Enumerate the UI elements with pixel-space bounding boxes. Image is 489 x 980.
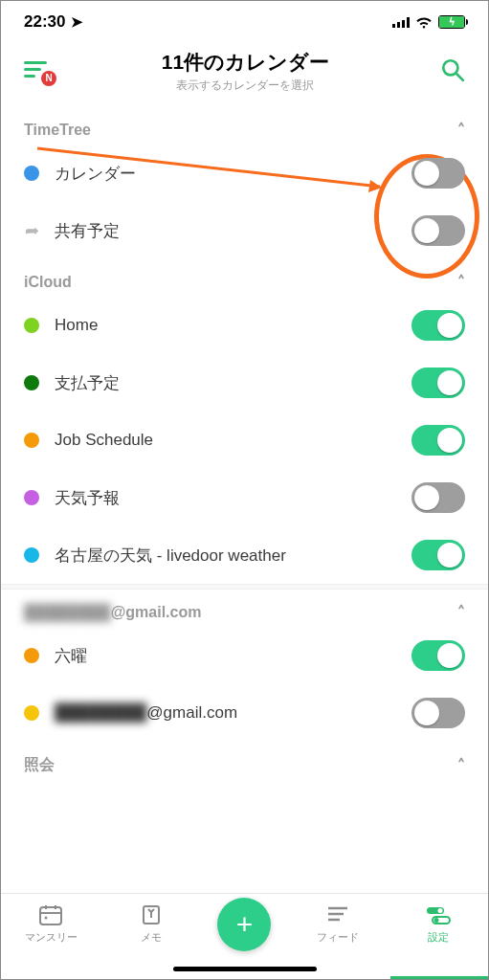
section-title: TimeTree bbox=[24, 122, 91, 139]
calendar-row: 名古屋の天気 - livedoor weather bbox=[1, 526, 488, 584]
calendar-label: 名古屋の天気 - livedoor weather bbox=[55, 545, 286, 567]
section-header-gmail[interactable]: ████████@gmail.com ˄ bbox=[1, 590, 488, 627]
section-title: 照会 bbox=[24, 755, 55, 775]
cellular-icon bbox=[392, 16, 410, 28]
svg-point-6 bbox=[45, 917, 48, 920]
calendar-row: ████████@gmail.com bbox=[1, 684, 488, 742]
chevron-up-icon: ˄ bbox=[457, 273, 465, 291]
calendar-row: 支払予定 bbox=[1, 354, 488, 412]
calendar-row: 六曜 bbox=[1, 627, 488, 684]
calendar-row-timetree-calendar: カレンダー bbox=[1, 145, 488, 202]
calendar-row: Job Schedule bbox=[1, 412, 488, 469]
tab-settings[interactable]: 設定 bbox=[405, 903, 472, 945]
section-header-timetree[interactable]: TimeTree ˄ bbox=[1, 107, 488, 145]
color-dot bbox=[24, 375, 39, 390]
search-icon bbox=[440, 57, 465, 82]
section-header-icloud[interactable]: iCloud ˄ bbox=[1, 259, 488, 297]
color-dot bbox=[24, 648, 39, 663]
color-dot bbox=[24, 547, 39, 563]
calendar-row: 天気予報 bbox=[1, 469, 488, 526]
status-time: 22:30 bbox=[24, 12, 65, 32]
page-title: 11件のカレンダー bbox=[162, 49, 329, 76]
app-header: N 11件のカレンダー 表示するカレンダーを選択 bbox=[1, 43, 488, 107]
feed-icon bbox=[324, 903, 351, 926]
menu-button[interactable]: N bbox=[24, 61, 51, 82]
toggle[interactable] bbox=[411, 368, 465, 398]
status-bar: 22:30 ➤ ϟ bbox=[1, 1, 488, 43]
tab-label: 設定 bbox=[428, 930, 449, 945]
plus-icon: + bbox=[236, 908, 254, 941]
toggle[interactable] bbox=[411, 310, 465, 341]
location-icon: ➤ bbox=[71, 13, 83, 31]
toggle-timetree-shared[interactable] bbox=[411, 215, 465, 246]
color-dot bbox=[24, 705, 39, 721]
calendar-list[interactable]: TimeTree ˄ カレンダー ➦ 共有予定 iCloud ˄ Home bbox=[1, 107, 488, 893]
chevron-up-icon: ˄ bbox=[457, 603, 465, 621]
calendar-label: 天気予報 bbox=[55, 487, 120, 509]
toggle-timetree-calendar[interactable] bbox=[411, 158, 465, 189]
tab-feed[interactable]: フィード bbox=[304, 903, 371, 945]
calendar-label: 六曜 bbox=[55, 645, 87, 667]
app-screen: 22:30 ➤ ϟ N 11件のカレンダー 表示するカレンダーを選択 bbox=[0, 0, 489, 980]
calendar-label: Home bbox=[55, 316, 98, 335]
toggle[interactable] bbox=[411, 482, 465, 513]
color-dot bbox=[24, 490, 39, 505]
page-subtitle: 表示するカレンダーを選択 bbox=[162, 78, 329, 94]
tab-bar: マンスリー メモ + フィード 設定 bbox=[1, 893, 488, 979]
settings-icon bbox=[425, 903, 452, 926]
tab-label: メモ bbox=[141, 930, 162, 945]
color-dot bbox=[24, 318, 39, 333]
home-indicator[interactable] bbox=[173, 967, 317, 971]
svg-point-12 bbox=[437, 908, 442, 913]
section-header-subscribed[interactable]: 照会 ˄ bbox=[1, 742, 488, 781]
wifi-icon bbox=[415, 16, 433, 29]
memo-icon bbox=[138, 903, 165, 926]
calendar-label: カレンダー bbox=[55, 163, 136, 185]
battery-icon: ϟ bbox=[438, 15, 465, 29]
calendar-label: Job Schedule bbox=[55, 431, 153, 450]
svg-point-14 bbox=[433, 918, 438, 923]
calendar-label: 共有予定 bbox=[55, 220, 120, 242]
tab-memo[interactable]: メモ bbox=[118, 903, 185, 945]
menu-badge: N bbox=[41, 71, 56, 86]
section-title: ████████@gmail.com bbox=[24, 604, 201, 621]
chevron-up-icon: ˄ bbox=[457, 121, 465, 139]
calendar-row: Home bbox=[1, 297, 488, 354]
color-dot bbox=[24, 433, 39, 448]
share-icon: ➦ bbox=[24, 220, 39, 241]
chevron-up-icon: ˄ bbox=[457, 756, 465, 774]
tab-label: マンスリー bbox=[25, 930, 78, 945]
svg-line-1 bbox=[456, 73, 463, 79]
add-button[interactable]: + bbox=[217, 898, 271, 951]
calendar-label: 支払予定 bbox=[55, 372, 120, 394]
search-button[interactable] bbox=[440, 57, 465, 86]
calendar-icon bbox=[37, 903, 64, 926]
toggle[interactable] bbox=[411, 698, 465, 728]
calendar-label: ████████@gmail.com bbox=[55, 703, 237, 723]
toggle[interactable] bbox=[411, 425, 465, 456]
calendar-row-timetree-shared: ➦ 共有予定 bbox=[1, 202, 488, 259]
color-dot bbox=[24, 166, 39, 181]
tab-monthly[interactable]: マンスリー bbox=[17, 903, 84, 945]
section-title: iCloud bbox=[24, 274, 72, 291]
tab-label: フィード bbox=[317, 930, 359, 945]
toggle[interactable] bbox=[411, 640, 465, 671]
svg-rect-2 bbox=[40, 907, 61, 924]
toggle[interactable] bbox=[411, 540, 465, 570]
